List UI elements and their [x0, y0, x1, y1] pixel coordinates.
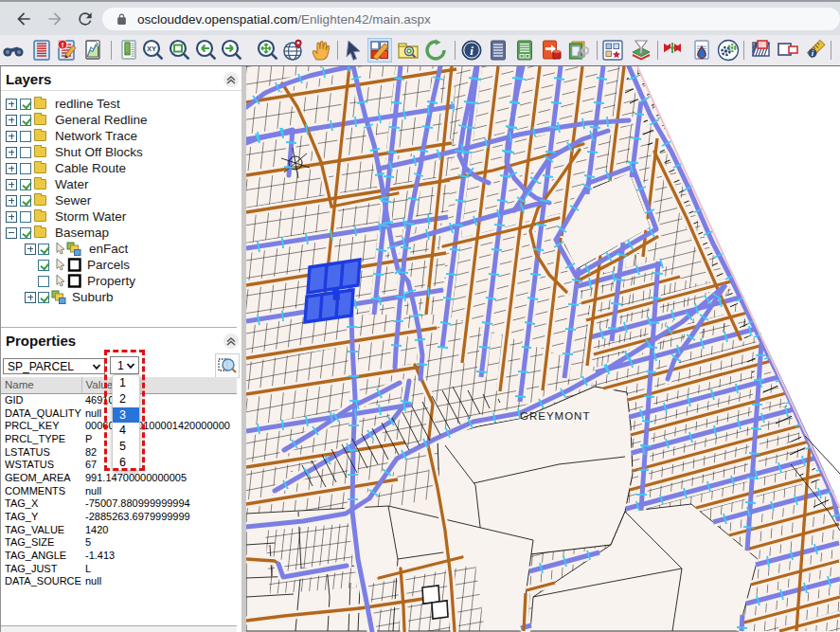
svg-text:i: i: [470, 44, 474, 58]
svg-text:XY: XY: [147, 45, 156, 53]
svg-text:!: !: [62, 41, 64, 49]
svg-text:GREYMONT: GREYMONT: [520, 410, 590, 422]
